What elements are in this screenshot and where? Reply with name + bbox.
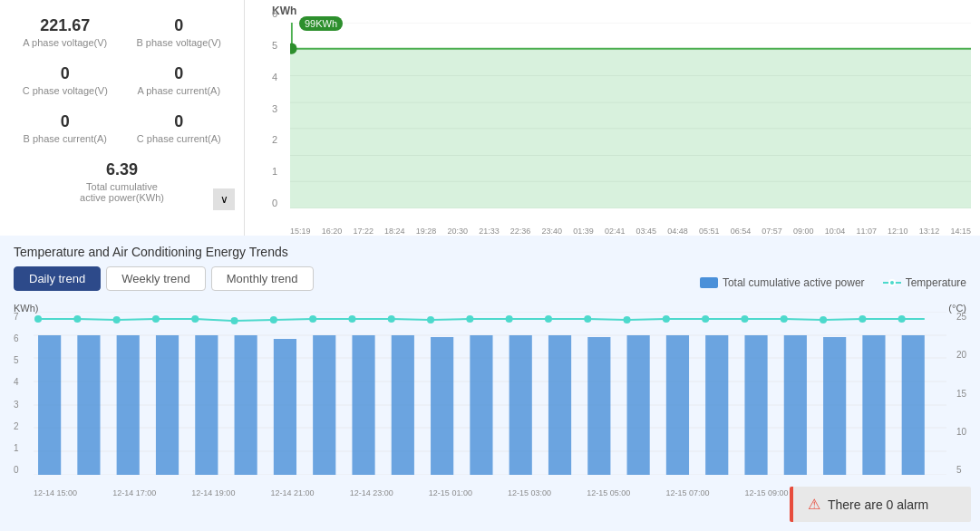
svg-point-63 [859, 315, 866, 323]
svg-point-51 [388, 315, 395, 323]
b-phase-voltage-value: 0 [127, 16, 232, 35]
svg-rect-39 [823, 337, 846, 475]
metric-a-phase-voltage: 221.67 A phase voltage(V) [9, 9, 121, 55]
svg-rect-37 [744, 335, 767, 475]
svg-rect-34 [627, 335, 650, 475]
svg-point-56 [584, 315, 591, 323]
svg-rect-24 [235, 335, 257, 475]
a-phase-current-label: A phase current(A) [127, 85, 232, 96]
tab-weekly-trend[interactable]: Weekly trend [106, 266, 206, 291]
svg-rect-27 [352, 335, 374, 475]
svg-rect-23 [195, 335, 218, 475]
metric-b-phase-current: 0 B phase current(A) [9, 105, 121, 151]
svg-rect-38 [784, 335, 807, 475]
svg-point-59 [702, 315, 709, 323]
expand-button[interactable]: ∨ [213, 188, 235, 210]
chart-tooltip: 99KWh [299, 16, 343, 31]
tab-monthly-trend[interactable]: Monthly trend [211, 266, 314, 291]
alarm-text: There are 0 alarm [828, 497, 928, 512]
b-phase-current-label: B phase current(A) [13, 133, 118, 144]
svg-rect-20 [77, 335, 100, 475]
svg-point-47 [231, 317, 238, 324]
svg-point-58 [663, 315, 670, 323]
bottom-chart-svg-container [34, 312, 946, 475]
a-phase-current-value: 0 [127, 64, 232, 83]
svg-rect-22 [156, 335, 179, 475]
metric-b-phase-voltage: 0 B phase voltage(V) [123, 9, 236, 55]
tab-group: Daily trend Weekly trend Monthly trend [14, 266, 314, 291]
legend-power-color [700, 277, 718, 288]
tab-daily-trend[interactable]: Daily trend [14, 266, 101, 291]
svg-point-49 [309, 315, 316, 323]
metric-c-phase-current: 0 C phase current(A) [123, 105, 236, 151]
svg-rect-29 [431, 337, 453, 475]
svg-rect-28 [392, 335, 414, 475]
c-phase-voltage-label: C phase voltage(V) [13, 85, 118, 96]
top-chart-area: KWh 99KWh 0 1 2 3 4 5 6 [245, 0, 980, 236]
top-chart-x-axis: 15:19 16:20 17:22 18:24 19:28 20:30 21:3… [290, 227, 971, 236]
top-area-chart [290, 23, 971, 208]
right-y-axis: 5 10 15 20 25 [956, 312, 966, 475]
section-title: Temperature and Air Conditioning Energy … [14, 245, 966, 259]
legend-power-label: Total cumulative active power [723, 276, 865, 289]
svg-point-62 [820, 316, 827, 323]
svg-point-46 [191, 315, 199, 323]
svg-rect-25 [274, 339, 296, 475]
c-phase-current-value: 0 [127, 112, 232, 131]
b-phase-current-value: 0 [13, 112, 118, 131]
svg-point-52 [427, 316, 434, 323]
total-cumulative-label: Total cumulativeactive power(KWh) [13, 181, 231, 203]
svg-rect-33 [587, 337, 610, 475]
svg-point-57 [624, 316, 631, 323]
svg-point-48 [270, 316, 277, 323]
a-phase-voltage-value: 221.67 [13, 16, 118, 35]
svg-point-43 [73, 315, 81, 323]
total-cumulative-value: 6.39 [13, 160, 231, 179]
svg-rect-30 [470, 335, 492, 475]
svg-rect-21 [117, 335, 140, 475]
top-chart-y-axis: 0 1 2 3 4 5 6 [272, 9, 277, 208]
legend-power: Total cumulative active power [700, 276, 865, 289]
svg-point-64 [898, 315, 906, 323]
svg-rect-40 [862, 335, 885, 475]
svg-rect-26 [313, 335, 335, 475]
svg-point-60 [741, 315, 748, 323]
svg-marker-8 [290, 49, 971, 208]
alarm-icon: ⚠ [808, 496, 820, 513]
svg-point-44 [113, 316, 121, 323]
svg-rect-41 [902, 335, 925, 475]
c-phase-current-label: C phase current(A) [127, 133, 232, 144]
svg-point-53 [466, 315, 473, 323]
b-phase-voltage-label: B phase voltage(V) [127, 37, 232, 48]
svg-rect-31 [509, 335, 532, 475]
svg-rect-32 [548, 335, 571, 475]
metric-a-phase-current: 0 A phase current(A) [123, 57, 236, 103]
legend-temp-color [883, 282, 901, 284]
alarm-toast: ⚠ There are 0 alarm [790, 487, 971, 522]
chart-legend: Total cumulative active power Temperatur… [700, 276, 966, 289]
left-y-axis: 0 1 2 3 4 5 6 7 [14, 312, 19, 475]
svg-rect-35 [666, 335, 689, 475]
svg-point-55 [545, 315, 552, 323]
legend-temperature: Temperature [883, 276, 966, 289]
svg-point-50 [348, 315, 355, 323]
bottom-section: Temperature and Air Conditioning Energy … [0, 236, 980, 531]
metric-c-phase-voltage: 0 C phase voltage(V) [9, 57, 121, 103]
svg-point-42 [34, 315, 42, 323]
metric-total-cumulative: 6.39 Total cumulativeactive power(KWh) ∨ [9, 153, 235, 210]
metrics-grid: 221.67 A phase voltage(V) 0 B phase volt… [9, 9, 235, 210]
left-metrics-panel: 221.67 A phase voltage(V) 0 B phase volt… [0, 0, 245, 236]
svg-rect-19 [38, 335, 61, 475]
c-phase-voltage-value: 0 [13, 64, 118, 83]
svg-point-61 [781, 315, 788, 323]
svg-point-45 [152, 315, 160, 323]
bottom-chart-container: KWh) (°C) 0 1 2 3 4 5 6 7 5 10 15 20 25 [14, 303, 966, 497]
svg-point-54 [506, 315, 513, 323]
svg-rect-36 [705, 335, 728, 475]
a-phase-voltage-label: A phase voltage(V) [13, 37, 118, 48]
legend-temp-label: Temperature [906, 276, 966, 289]
